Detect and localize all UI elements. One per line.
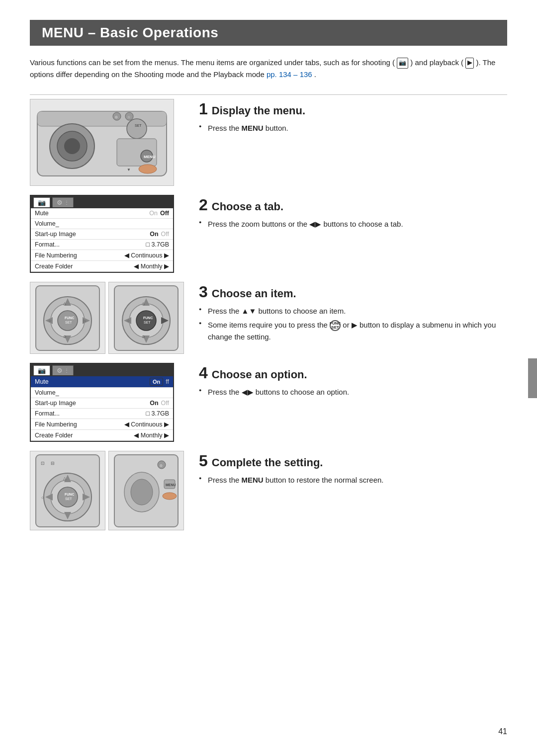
step-5-two-panel: ⊡ ⊟ FUNC SET <box>30 451 184 530</box>
step-2-menu-screen: 📷 ⚙⋮ Mute On Off Volume_ <box>30 195 174 273</box>
svg-text:SET: SET <box>65 321 72 324</box>
menu-row-startup-2: Start-up Image On Off <box>31 398 173 409</box>
createfolder-value-1: ◀ Monthly ▶ <box>134 262 169 270</box>
step-4-bullet-1: Press the ◀▶ buttons to choose an option… <box>199 386 507 398</box>
tools-tab-lines: ⋮ <box>64 200 69 205</box>
startup-off-2: Off <box>161 400 169 407</box>
startup-value-2: On Off <box>150 400 169 407</box>
menu-tab-camera-2: 📷 <box>33 365 50 375</box>
step-2-title: 2 Choose a tab. <box>199 197 507 213</box>
playback-icon: ▶ <box>465 58 474 68</box>
step-3-heading: Choose an item. <box>212 287 296 300</box>
step-3-bullet-2: Some items require you to press the FUNC… <box>199 319 507 342</box>
tools-tab-icon: ⚙ <box>57 199 63 206</box>
step-2-images: 📷 ⚙⋮ Mute On Off Volume_ <box>30 195 184 273</box>
step-3-camera-left: FUNC SET △ ⊙ ☆ ▷ <box>30 282 105 354</box>
svg-text:MENU: MENU <box>144 155 156 159</box>
step-1-images: SET MENU ▼ ⊙ ☆ <box>30 99 184 186</box>
step-2-bullet-text: Press the zoom buttons or the ◀▶ buttons… <box>208 220 403 228</box>
svg-text:FUNC: FUNC <box>65 316 74 320</box>
mute-label-2: Mute <box>35 378 49 385</box>
startup-on: On <box>150 231 158 238</box>
shooting-icon: 📷 <box>397 58 408 68</box>
startup-on-2: On <box>150 400 158 407</box>
svg-text:▼: ▼ <box>127 168 131 172</box>
step-5-number: 5 <box>199 453 208 469</box>
step-4-content: 4 Choose an option. Press the ◀▶ buttons… <box>199 363 507 442</box>
svg-text:☆: ☆ <box>127 115 130 119</box>
mute-label-1: Mute <box>35 210 49 217</box>
svg-text:⊙: ⊙ <box>63 335 67 339</box>
step-1-bullet-1: Press the MENU button. <box>199 122 507 134</box>
menu-tabs-1: 📷 ⚙⋮ <box>31 196 173 207</box>
svg-text:SET: SET <box>144 321 151 324</box>
step-5-camera-left: ⊡ ⊟ FUNC SET <box>30 451 105 530</box>
step-2-number: 2 <box>199 197 208 213</box>
step-5-bullet-text-before: Press the <box>208 476 242 484</box>
menu-row-volume-1: Volume_ <box>31 219 173 229</box>
step-5-title: 5 Complete the setting. <box>199 453 507 469</box>
createfolder-label-2: Create Folder <box>35 432 73 439</box>
step-1-bullets: Press the MENU button. <box>199 122 507 134</box>
svg-text:☆: ☆ <box>41 496 44 500</box>
step-3-camera-right: FUNC SET △ ⊙ ☆ ▷ <box>108 282 184 354</box>
svg-text:SET: SET <box>135 124 142 127</box>
step-4: 📷 ⚙⋮ Mute On ff Volume_ <box>30 363 507 442</box>
page: MENU – Basic Operations Various function… <box>0 0 537 756</box>
svg-text:⊡: ⊡ <box>41 461 45 466</box>
step-2: 📷 ⚙⋮ Mute On Off Volume_ <box>30 195 507 273</box>
step-3: FUNC SET △ ⊙ ☆ ▷ <box>30 282 507 354</box>
tools-lines-2: ⋮ <box>64 368 69 373</box>
step-4-bullets: Press the ◀▶ buttons to choose an option… <box>199 386 507 398</box>
tools-tab-icon-2: ⚙ <box>57 367 63 374</box>
step-1-title: 1 Display the menu. <box>199 101 507 117</box>
menu-row-filenumbering-1: File Numbering ◀ Continuous ▶ <box>31 250 173 261</box>
svg-text:△: △ <box>63 476 67 481</box>
step-1-bullet-1-text-after: button. <box>264 124 288 132</box>
svg-point-5 <box>127 119 147 139</box>
svg-text:⊙: ⊙ <box>160 464 163 467</box>
page-number: 41 <box>498 727 507 736</box>
step-1-bullet-1-text-before: Press the <box>208 124 242 132</box>
step-1: SET MENU ▼ ⊙ ☆ 1 <box>30 99 507 186</box>
menu-keyword-1: MENU <box>242 124 264 132</box>
menu-row-mute-1: Mute On Off <box>31 208 173 219</box>
menu-row-filenumbering-2: File Numbering ◀ Continuous ▶ <box>31 419 173 430</box>
svg-point-4 <box>64 138 80 154</box>
intro-text-2: ) and playback ( <box>410 58 463 67</box>
svg-text:☆: ☆ <box>127 319 130 323</box>
filenumbering-label-1: File Numbering <box>35 252 77 259</box>
step-4-bullet-text: Press the ◀▶ buttons to choose an option… <box>208 388 349 396</box>
intro-text-4: . <box>314 70 316 79</box>
step-5-bullets: Press the MENU button to restore the nor… <box>199 474 507 486</box>
svg-text:FUNC: FUNC <box>65 493 74 496</box>
step-5-bullet-1: Press the MENU button to restore the nor… <box>199 474 507 486</box>
menu-tab-tools-2: ⚙⋮ <box>52 365 74 375</box>
svg-text:⊙: ⊙ <box>142 335 145 339</box>
step-4-title: 4 Choose an option. <box>199 365 507 381</box>
func-set-icon: FUNCSET <box>330 320 341 331</box>
format-label-1: Format... <box>35 241 60 248</box>
mute-off-active: Off <box>160 210 169 217</box>
step-4-menu-screen: 📷 ⚙⋮ Mute On ff Volume_ <box>30 363 174 442</box>
step-5-heading: Complete the setting. <box>212 456 323 469</box>
mute-value-2: On ff <box>150 378 169 386</box>
startup-value-1: On Off <box>150 231 169 238</box>
menu-row-mute-2: Mute On ff <box>31 376 173 388</box>
step-3-bullets: Press the ▲▼ buttons to choose an item. … <box>199 305 507 343</box>
step-1-number: 1 <box>199 101 208 117</box>
filenumbering-value-1: ◀ Continuous ▶ <box>124 252 169 259</box>
step-3-content: 3 Choose an item. Press the ▲▼ buttons t… <box>199 282 507 354</box>
menu-row-startup-1: Start-up Image On Off <box>31 229 173 240</box>
svg-text:△: △ <box>63 301 67 306</box>
format-value-2: □ 3.7GB <box>146 410 169 417</box>
svg-text:⊟: ⊟ <box>51 461 55 466</box>
volume-label-1: Volume_ <box>35 220 59 227</box>
step-5-camera-right: MENU ⊙ <box>108 451 184 530</box>
svg-text:FUNC: FUNC <box>143 316 153 320</box>
mute-ff: ff <box>166 378 169 385</box>
svg-text:▷: ▷ <box>83 319 87 323</box>
svg-rect-1 <box>37 111 167 126</box>
divider-intro <box>30 94 507 95</box>
svg-text:☆: ☆ <box>48 319 52 323</box>
